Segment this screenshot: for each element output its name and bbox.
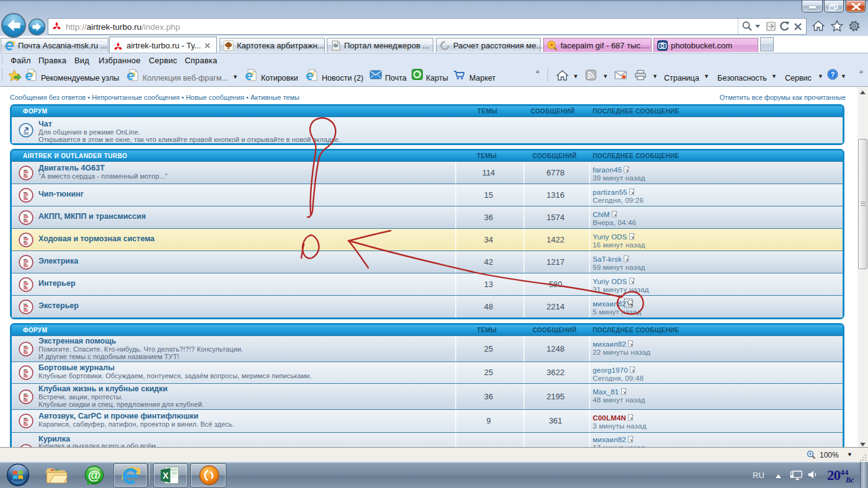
svg-text:X: X xyxy=(162,471,169,481)
svg-text:?: ? xyxy=(831,71,835,78)
svg-text:@: @ xyxy=(88,468,100,482)
